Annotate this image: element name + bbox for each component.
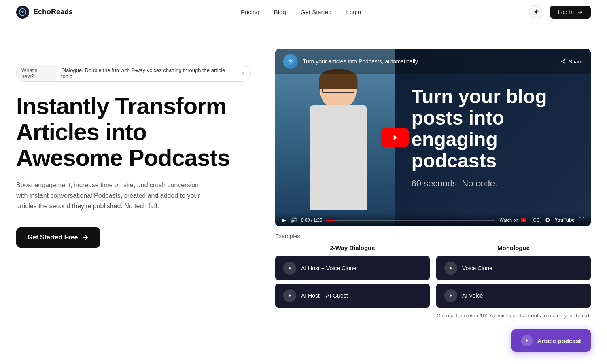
video-play-button[interactable] bbox=[381, 128, 409, 147]
nav-links: Pricing Blog Get Started Login bbox=[241, 8, 361, 16]
svg-point-1 bbox=[22, 11, 23, 13]
get-started-button[interactable]: Get Started Free bbox=[16, 227, 100, 248]
main-content: What's new? Dialogue. Double the fun wit… bbox=[0, 24, 607, 364]
ai-host-voice-clone-button[interactable]: AI Host + Voice Clone bbox=[275, 256, 430, 280]
share-icon bbox=[560, 59, 566, 64]
settings-icon[interactable]: ⚙ bbox=[545, 217, 550, 223]
play-icon bbox=[391, 133, 399, 142]
volume-icon[interactable]: 🔊 bbox=[290, 217, 297, 223]
two-way-title: 2-Way Dialogue bbox=[275, 244, 430, 251]
examples-section: Examples 2-Way Dialogue AI Host + Voice … bbox=[275, 233, 591, 319]
arrow-right-icon bbox=[577, 9, 583, 15]
whats-new-badge[interactable]: What's new? Dialogue. Double the fun wit… bbox=[16, 65, 251, 82]
svg-point-3 bbox=[290, 61, 291, 62]
login-button[interactable]: Log In bbox=[550, 6, 591, 19]
progress-bar[interactable] bbox=[326, 220, 495, 221]
share-button[interactable]: Share bbox=[560, 59, 583, 65]
play-icon-inner-3 bbox=[448, 266, 453, 271]
theme-toggle-button[interactable]: ☀ bbox=[529, 5, 543, 19]
left-panel: What's new? Dialogue. Double the fun wit… bbox=[16, 49, 251, 248]
play-circle-icon bbox=[283, 262, 296, 275]
play-icon-inner-4 bbox=[448, 293, 453, 298]
video-tagline: 60 seconds. No code. bbox=[411, 178, 575, 189]
brand-name: EchoReads bbox=[33, 8, 73, 16]
cta-arrow-icon bbox=[82, 234, 89, 241]
nav-get-started[interactable]: Get Started bbox=[301, 8, 332, 15]
nav-login[interactable]: Login bbox=[346, 8, 361, 15]
monologue-column: Monologue Voice Clone AI Voice bbox=[436, 244, 591, 308]
play-circle-icon-3 bbox=[444, 262, 457, 275]
video-headline: Turn your blogposts intoengagingpodcasts bbox=[411, 86, 575, 171]
play-icon-inner bbox=[287, 266, 292, 271]
ai-host-ai-guest-button[interactable]: AI Host + AI Guest bbox=[275, 284, 430, 308]
article-podcast-button[interactable]: Article podcast bbox=[511, 329, 591, 352]
navbar: EchoReads Pricing Blog Get Started Login… bbox=[0, 0, 607, 24]
ai-voice-button[interactable]: AI Voice bbox=[436, 284, 591, 308]
watch-on-label: Watch on bbox=[499, 218, 527, 222]
logo-icon bbox=[16, 6, 29, 19]
nav-blog[interactable]: Blog bbox=[274, 8, 286, 15]
play-icon-article bbox=[524, 338, 529, 343]
youtube-label: YouTube bbox=[554, 217, 575, 223]
badge-label: What's new? bbox=[17, 65, 56, 81]
examples-columns: 2-Way Dialogue AI Host + Voice Clone AI … bbox=[275, 244, 591, 308]
fullscreen-icon[interactable]: ⛶ bbox=[579, 217, 584, 223]
video-container[interactable]: Turn your blogposts intoengagingpodcasts… bbox=[275, 49, 591, 226]
hero-headline: Instantly Transform Articles into Awesom… bbox=[16, 93, 251, 170]
brand-match-text: Choose from over 100 AI voices and accen… bbox=[275, 313, 591, 319]
progress-fill bbox=[326, 220, 335, 221]
video-bottom-bar: ▶ 🔊 0:00 / 1:25 Watch on bbox=[275, 214, 591, 226]
nav-right: ☀ Log In bbox=[529, 5, 591, 19]
monologue-title: Monologue bbox=[436, 244, 591, 251]
nav-pricing[interactable]: Pricing bbox=[241, 8, 259, 15]
video-title: Turn your articles into Podcasts, automa… bbox=[303, 58, 556, 65]
video-thumbnail: Turn your blogposts intoengagingpodcasts… bbox=[275, 49, 591, 226]
examples-label: Examples bbox=[275, 233, 591, 239]
play-icon-inner-2 bbox=[287, 293, 292, 298]
play-pause-icon[interactable]: ▶ bbox=[282, 217, 286, 223]
play-circle-icon-4 bbox=[444, 289, 457, 302]
channel-icon bbox=[283, 54, 298, 69]
two-way-column: 2-Way Dialogue AI Host + Voice Clone AI … bbox=[275, 244, 430, 308]
chevron-right-icon bbox=[240, 70, 246, 76]
article-podcast-play-icon bbox=[521, 335, 533, 346]
play-circle-icon-2 bbox=[283, 289, 296, 302]
hero-subtitle: Boost engagement, increase time on site,… bbox=[16, 180, 210, 211]
voice-clone-button[interactable]: Voice Clone bbox=[436, 256, 591, 280]
video-time: 0:00 / 1:25 bbox=[301, 218, 322, 222]
right-panel: Turn your blogposts intoengagingpodcasts… bbox=[275, 49, 591, 319]
video-top-bar: Turn your articles into Podcasts, automa… bbox=[275, 49, 591, 74]
cc-icon[interactable]: CC bbox=[532, 217, 541, 223]
video-right-text: Turn your blogposts intoengagingpodcasts… bbox=[395, 49, 591, 226]
brand-logo[interactable]: EchoReads bbox=[16, 6, 73, 19]
badge-text: Dialogue. Double the fun with 2-way voic… bbox=[56, 65, 250, 81]
